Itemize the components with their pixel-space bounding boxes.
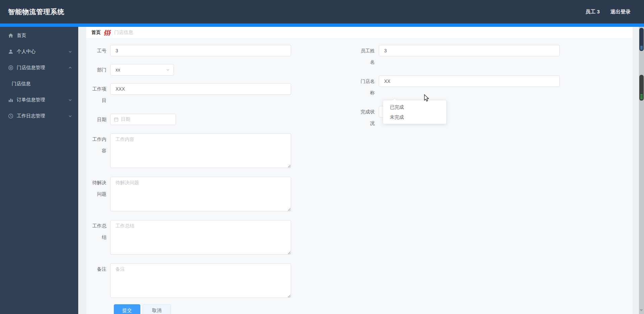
sidebar-item-label: 订单信息管理 bbox=[17, 97, 68, 103]
sidebar-subitem-label: 门店信息 bbox=[12, 81, 31, 87]
sidebar-subitem-store-info[interactable]: 门店信息 bbox=[0, 76, 78, 92]
field-label-store-name: 门店名称 bbox=[360, 75, 379, 98]
field-label-employee-id: 工号 bbox=[91, 45, 110, 56]
sidebar-item-label: 工作日志管理 bbox=[17, 113, 68, 119]
sidebar-item-label: 首页 bbox=[17, 33, 72, 39]
field-label-pending-issues: 待解决问题 bbox=[91, 177, 110, 211]
page-scrollbar[interactable] bbox=[639, 27, 644, 314]
scrollbar-down-arrow[interactable] bbox=[640, 309, 643, 311]
date-picker-input[interactable]: 日期 bbox=[110, 114, 176, 125]
work-project-input[interactable] bbox=[110, 83, 291, 95]
scroll-marker-blue bbox=[640, 46, 643, 49]
current-user-label[interactable]: 员工 3 bbox=[585, 9, 600, 15]
completion-status-dropdown: 已完成 未完成 bbox=[383, 100, 447, 124]
field-label-employee-name: 员工姓名 bbox=[360, 45, 379, 68]
chevron-down-icon bbox=[68, 50, 72, 54]
scroll-marker-block[interactable] bbox=[639, 75, 644, 101]
scrollbar-thumb[interactable] bbox=[639, 28, 644, 51]
sidebar-item-order-management[interactable]: 订单信息管理 bbox=[0, 92, 78, 108]
sidebar-item-label: 个人中心 bbox=[17, 49, 68, 55]
bar-chart-icon bbox=[8, 97, 13, 103]
chevron-down-icon bbox=[68, 98, 72, 102]
content-card: 首页 ∰ 门店信息 工号 部门 xx bbox=[86, 27, 633, 314]
chevron-up-icon bbox=[68, 66, 72, 70]
field-label-completion-status: 完成状况 bbox=[360, 106, 379, 129]
field-label-date: 日期 bbox=[91, 114, 110, 125]
employee-name-input[interactable] bbox=[379, 45, 560, 56]
breadcrumb: 首页 ∰ 门店信息 bbox=[86, 27, 633, 38]
date-placeholder: 日期 bbox=[121, 116, 130, 122]
dropdown-arrow-notch bbox=[393, 98, 397, 102]
store-name-input[interactable] bbox=[379, 75, 560, 87]
employee-id-input[interactable] bbox=[110, 45, 291, 56]
field-label-work-content: 工作内容 bbox=[91, 134, 110, 168]
pending-issues-textarea[interactable] bbox=[110, 177, 291, 211]
header-actions: 员工 3 退出登录 bbox=[585, 9, 636, 15]
sidebar-item-worklog-management[interactable]: 工作日志管理 bbox=[0, 108, 78, 124]
breadcrumb-home-link[interactable]: 首页 bbox=[91, 30, 101, 36]
cancel-button[interactable]: 取消 bbox=[143, 304, 171, 314]
home-icon bbox=[8, 33, 13, 38]
app-title: 智能物流管理系统 bbox=[8, 7, 64, 16]
app-window: 智能物流管理系统 员工 3 退出登录 首页 个人中心 bbox=[0, 0, 644, 314]
field-label-department: 部门 bbox=[91, 64, 110, 75]
clock-icon bbox=[8, 113, 13, 119]
sidebar-item-home[interactable]: 首页 bbox=[0, 28, 78, 44]
accent-bar bbox=[0, 23, 644, 27]
disc-icon bbox=[8, 65, 13, 70]
breadcrumb-separator-icon: ∰ bbox=[104, 30, 111, 35]
scroll-marker-green bbox=[640, 94, 643, 99]
logout-link[interactable]: 退出登录 bbox=[610, 9, 631, 15]
sidebar-item-profile[interactable]: 个人中心 bbox=[0, 44, 78, 60]
work-summary-textarea[interactable] bbox=[110, 220, 291, 255]
submit-button[interactable]: 提交 bbox=[114, 304, 140, 314]
worklog-form: 工号 部门 xx 工作项目 bbox=[86, 38, 633, 314]
breadcrumb-current: 门店信息 bbox=[114, 30, 133, 36]
field-label-work-summary: 工作总结 bbox=[91, 220, 110, 255]
sidebar-item-store-management[interactable]: 门店信息管理 bbox=[0, 60, 78, 76]
department-select-value: xx bbox=[116, 67, 166, 72]
remarks-textarea[interactable] bbox=[110, 263, 291, 298]
field-label-work-project: 工作项目 bbox=[91, 83, 110, 106]
user-icon bbox=[8, 49, 13, 54]
chevron-down-icon bbox=[68, 114, 72, 118]
main-content: 首页 ∰ 门店信息 工号 部门 xx bbox=[78, 27, 644, 314]
top-header: 智能物流管理系统 员工 3 退出登录 bbox=[0, 0, 644, 23]
dropdown-option-uncompleted[interactable]: 未完成 bbox=[383, 112, 446, 122]
field-label-remarks: 备注 bbox=[91, 263, 110, 298]
calendar-icon bbox=[114, 117, 119, 122]
department-select[interactable]: xx bbox=[110, 64, 174, 75]
dropdown-option-completed[interactable]: 已完成 bbox=[383, 102, 446, 112]
sidebar: 首页 个人中心 门店信息管理 门店信息 bbox=[0, 27, 78, 314]
sidebar-item-label: 门店信息管理 bbox=[17, 65, 68, 71]
work-content-textarea[interactable] bbox=[110, 134, 291, 168]
chevron-down-icon bbox=[166, 67, 170, 72]
